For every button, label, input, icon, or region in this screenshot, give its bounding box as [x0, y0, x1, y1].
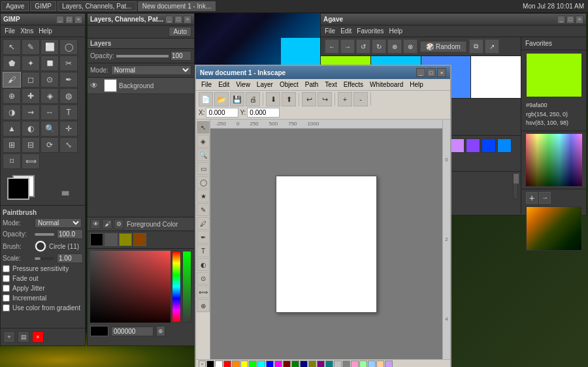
scale-slider[interactable]: [35, 257, 54, 260]
taskbar-item-agave[interactable]: Agave: [1, 1, 29, 11]
ink-star-tool[interactable]: ★: [197, 189, 210, 202]
ink-help-menu[interactable]: Help: [407, 80, 426, 89]
x-input[interactable]: [206, 108, 238, 118]
ink-file-menu[interactable]: File: [199, 80, 214, 89]
tool-text[interactable]: T: [59, 104, 78, 120]
color-cell-pink[interactable]: [351, 360, 359, 367]
layer-mode-select[interactable]: Normal: [111, 65, 191, 75]
mode-select[interactable]: Normal: [35, 218, 82, 228]
palette-sky-blue[interactable]: [497, 138, 512, 153]
maximize-button[interactable]: □: [65, 16, 73, 24]
paint-icon[interactable]: 🖌: [102, 219, 112, 229]
opacity-input[interactable]: [57, 229, 83, 239]
tool-blur[interactable]: ◍: [59, 88, 78, 104]
color-cell-maroon[interactable]: [283, 360, 291, 367]
layers-maximize-btn[interactable]: □: [174, 16, 182, 24]
tool-eraser[interactable]: ◻: [22, 72, 40, 88]
layer-list-item[interactable]: 👁 Background: [88, 78, 194, 94]
agave-maximize-btn[interactable]: □: [566, 16, 574, 24]
tool-rotate[interactable]: ⟳: [41, 137, 59, 153]
palette-blue[interactable]: [482, 138, 496, 153]
ink-rect-tool[interactable]: ▭: [197, 162, 210, 175]
tool-ellipse[interactable]: ◯: [59, 39, 78, 55]
gimp-xtns-menu[interactable]: Xtns: [19, 27, 35, 35]
tool-paintbrush[interactable]: 🖌: [3, 72, 21, 88]
ink-pen-tool[interactable]: 🖊: [197, 217, 210, 230]
tool-dodge[interactable]: ◑: [3, 104, 21, 120]
color-cell-light-purple[interactable]: [385, 360, 393, 367]
pressure-checkbox[interactable]: [3, 265, 10, 272]
opacity-slider[interactable]: [35, 233, 54, 236]
color-cell-cyan[interactable]: [257, 360, 265, 367]
ink-zoom-tool[interactable]: 🔍: [197, 148, 210, 161]
tool-perspective[interactable]: ◈: [41, 88, 59, 104]
color-cell-black[interactable]: [206, 360, 214, 367]
fg-swatch[interactable]: [90, 233, 103, 246]
inkscape-close-btn[interactable]: ×: [437, 68, 446, 77]
fav-arrow-btn[interactable]: →: [539, 192, 551, 204]
ink-save-btn[interactable]: 💾: [230, 92, 244, 106]
ink-effects-menu[interactable]: Effects: [341, 80, 366, 89]
color-cell-navy[interactable]: [300, 360, 308, 367]
color3[interactable]: [133, 233, 146, 246]
color-cell-teal[interactable]: [325, 360, 333, 367]
ink-text-menu[interactable]: Text: [322, 80, 339, 89]
gimp-file-menu[interactable]: File: [3, 27, 16, 35]
tool-crop[interactable]: ⊟: [22, 137, 40, 153]
inkscape-maximize-btn[interactable]: □: [427, 68, 436, 77]
tool-airbrush[interactable]: ⊙: [41, 72, 59, 88]
agave-btn-6[interactable]: ⊗: [403, 39, 417, 54]
eye-icon[interactable]: 👁: [90, 219, 101, 229]
tool-select-by-color[interactable]: 🔲: [41, 56, 59, 71]
tool-ink[interactable]: ✒: [59, 72, 78, 88]
agave-favorites-menu[interactable]: Favorites: [355, 27, 385, 35]
color-cell-yellow[interactable]: [240, 360, 248, 367]
fav-color-picker[interactable]: [526, 134, 582, 186]
tool-align[interactable]: ⊞: [3, 137, 21, 153]
color-cell-white[interactable]: [215, 360, 223, 367]
color-cell-peach[interactable]: [376, 360, 384, 367]
agave-scrollbar[interactable]: [513, 173, 518, 199]
ink-layer-menu[interactable]: Layer: [254, 80, 276, 89]
settings-icon[interactable]: ⚙: [114, 219, 124, 229]
random-button[interactable]: 🎲 Random: [420, 41, 466, 52]
ink-view-menu[interactable]: View: [233, 80, 253, 89]
fav-add-btn[interactable]: +: [526, 192, 538, 204]
tool-rect-select[interactable]: ⬜: [41, 39, 59, 55]
auto-button[interactable]: Auto: [169, 27, 191, 37]
agave-export-btn[interactable]: ↗: [485, 39, 499, 54]
color-cell-silver[interactable]: [334, 360, 342, 367]
gimp-help-menu[interactable]: Help: [37, 27, 54, 35]
agave-swatch-4[interactable]: [471, 56, 521, 98]
ink-spray-tool[interactable]: ⊕: [197, 299, 210, 312]
ink-undo-btn[interactable]: ↩: [302, 92, 316, 106]
ink-calligraphy-tool[interactable]: ✒: [197, 231, 210, 244]
tool-fuzzy-select[interactable]: ✦: [22, 56, 40, 71]
hex-preview-swatch[interactable]: [90, 326, 108, 336]
ink-gradient-tool[interactable]: ◐: [197, 258, 210, 271]
color-cell-green[interactable]: [249, 360, 257, 367]
agave-btn-2[interactable]: →: [340, 39, 355, 54]
quit-btn[interactable]: ×: [32, 331, 44, 343]
open-image-btn[interactable]: ▤: [18, 331, 29, 343]
color-pick-eyedropper[interactable]: ⊕: [156, 326, 165, 336]
fav-main-swatch[interactable]: [526, 53, 582, 97]
minimize-button[interactable]: _: [56, 16, 64, 24]
color-cell-gray[interactable]: [342, 360, 350, 367]
fade-out-checkbox[interactable]: [3, 275, 10, 282]
tool-clone[interactable]: ⊕: [3, 88, 21, 104]
ink-open-btn[interactable]: 📂: [214, 92, 229, 106]
ink-node-tool[interactable]: ◈: [197, 135, 210, 148]
ink-connector-tool[interactable]: ⟺: [197, 285, 210, 298]
ink-edit-menu[interactable]: Edit: [216, 80, 232, 89]
tool-shear[interactable]: ⌑: [3, 153, 21, 169]
agave-btn-1[interactable]: ←: [325, 39, 339, 54]
tool-flip[interactable]: ⟺: [22, 153, 40, 169]
taskbar-item-gimp[interactable]: GIMP: [30, 1, 56, 11]
color-cell-blue[interactable]: [266, 360, 274, 367]
ink-ellipse-tool[interactable]: ◯: [197, 176, 210, 189]
color-gradient[interactable]: [90, 251, 171, 323]
tool-color-pick[interactable]: 🔍: [41, 121, 59, 136]
layer-opacity-input[interactable]: [171, 51, 191, 61]
agave-copy-btn[interactable]: ⧉: [469, 39, 483, 54]
